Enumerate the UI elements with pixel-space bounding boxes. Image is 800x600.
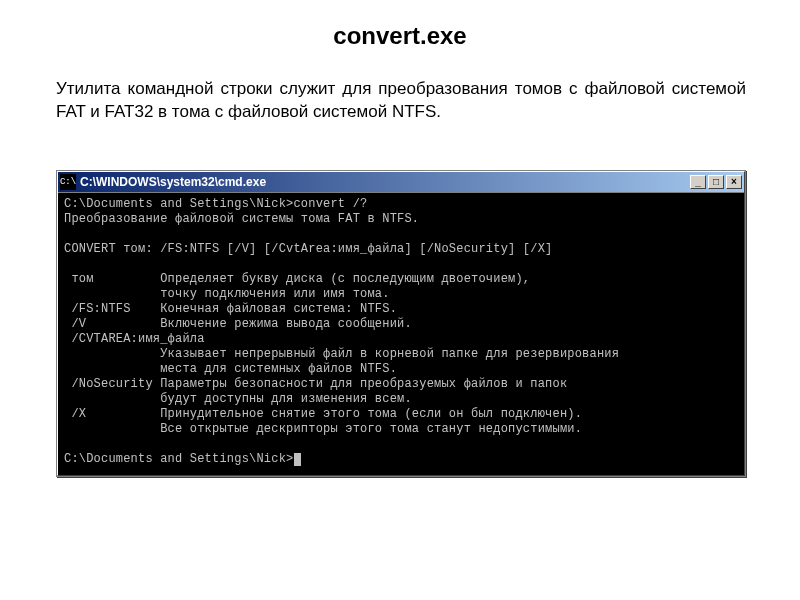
terminal-line: точку подключения или имя тома. xyxy=(64,287,390,301)
terminal-output: C:\Documents and Settings\Nick>convert /… xyxy=(58,192,744,475)
maximize-button[interactable]: □ xyxy=(708,175,724,189)
description-text: Утилита командной строки служит для прео… xyxy=(56,78,746,124)
terminal-line: /V Включение режима вывода сообщений. xyxy=(64,317,412,331)
terminal-line: C:\Documents and Settings\Nick>convert /… xyxy=(64,197,367,211)
terminal-line: места для системных файлов NTFS. xyxy=(64,362,397,376)
terminal-line: /NoSecurity Параметры безопасности для п… xyxy=(64,377,567,391)
terminal-line: будут доступны для изменения всем. xyxy=(64,392,412,406)
minimize-button[interactable]: _ xyxy=(690,175,706,189)
terminal-line: Преобразование файловой системы тома FAT… xyxy=(64,212,419,226)
slide: convert.exe Утилита командной строки слу… xyxy=(0,0,800,600)
cmd-icon-glyph: C:\ xyxy=(60,177,76,187)
terminal-line: CONVERT том: /FS:NTFS [/V] [/CvtArea:имя… xyxy=(64,242,552,256)
terminal-line: том Определяет букву диска (с последующи… xyxy=(64,272,530,286)
terminal-line: Все открытые дескрипторы этого тома стан… xyxy=(64,422,582,436)
page-title: convert.exe xyxy=(0,22,800,50)
titlebar: C:\ C:\WINDOWS\system32\cmd.exe _ □ × xyxy=(58,172,744,192)
terminal-line: /CVTAREA:имя_файла xyxy=(64,332,205,346)
cmd-window: C:\ C:\WINDOWS\system32\cmd.exe _ □ × C:… xyxy=(56,170,746,477)
cmd-icon: C:\ xyxy=(60,174,76,190)
window-buttons: _ □ × xyxy=(690,175,742,189)
cursor xyxy=(294,453,301,466)
terminal-line: Указывает непрерывный файл в корневой па… xyxy=(64,347,619,361)
terminal-line: /X Принудительное снятие этого тома (есл… xyxy=(64,407,582,421)
window-caption: C:\WINDOWS\system32\cmd.exe xyxy=(80,175,690,189)
window-frame: C:\ C:\WINDOWS\system32\cmd.exe _ □ × C:… xyxy=(57,171,745,476)
close-button[interactable]: × xyxy=(726,175,742,189)
terminal-prompt: C:\Documents and Settings\Nick> xyxy=(64,452,293,466)
terminal-line: /FS:NTFS Конечная файловая система: NTFS… xyxy=(64,302,397,316)
